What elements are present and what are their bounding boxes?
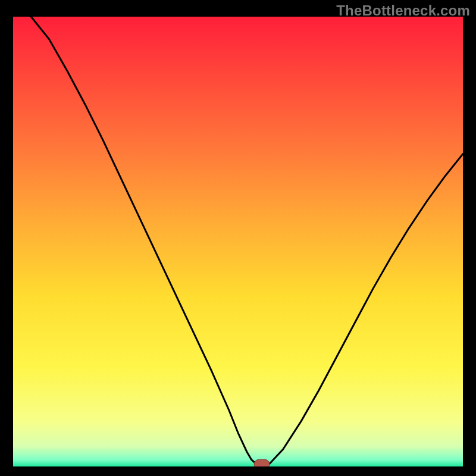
chart-frame: TheBottleneck.com bbox=[0, 0, 476, 476]
selected-point-marker bbox=[254, 459, 270, 466]
gradient-background bbox=[13, 17, 463, 466]
chart-plot-area bbox=[13, 17, 463, 466]
chart-svg bbox=[13, 17, 463, 466]
